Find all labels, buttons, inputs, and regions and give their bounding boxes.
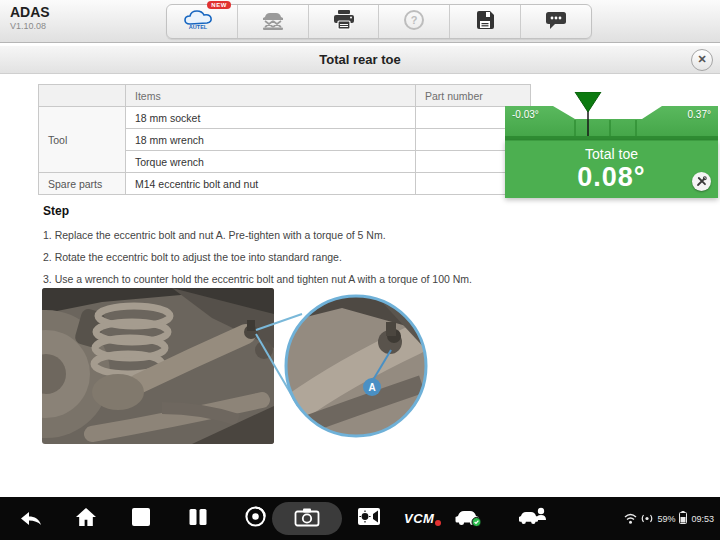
autel-cloud-icon: AUTEL xyxy=(182,9,222,35)
gauge-title: Total toe xyxy=(505,146,718,162)
car-person-icon xyxy=(519,506,547,531)
tools-parts-table: Items Part number Tool 18 mm socket 18 m… xyxy=(38,84,531,195)
top-bar: ADAS V1.10.08 AUTEL NEW xyxy=(0,0,720,43)
split-screen-icon xyxy=(188,507,208,531)
wrench-icon xyxy=(696,173,707,191)
gauge-value: 0.08° xyxy=(505,162,718,193)
split-screen-button[interactable] xyxy=(183,497,213,540)
help-button[interactable]: ? xyxy=(379,5,450,38)
browser-button[interactable] xyxy=(240,497,270,540)
gauge-min-label: -0.03° xyxy=(512,109,539,120)
hotspot-icon xyxy=(641,510,653,528)
help-icon: ? xyxy=(403,9,425,35)
autel-cloud-button[interactable]: AUTEL NEW xyxy=(167,5,238,38)
app-title: ADAS xyxy=(10,5,50,20)
clock-time: 09:53 xyxy=(691,514,714,524)
item-cell: 18 mm wrench xyxy=(126,129,416,151)
car-connected-icon xyxy=(454,507,482,531)
table-row: Spare parts M14 eccentric bolt and nut xyxy=(39,173,531,195)
save-icon xyxy=(474,9,496,35)
top-toolbar: AUTEL NEW xyxy=(166,4,592,39)
vcm-alert-dot xyxy=(435,520,441,526)
gauge-panel: Total toe 0.08° xyxy=(505,140,718,198)
display-toggle-icon xyxy=(357,507,381,530)
svg-text:AUTEL: AUTEL xyxy=(189,24,208,30)
back-button[interactable] xyxy=(16,497,46,540)
recent-apps-icon xyxy=(131,507,151,531)
suspension-figure: A xyxy=(42,288,428,446)
vehicle-connection-button[interactable] xyxy=(451,497,485,540)
table-header-row: Items Part number xyxy=(39,85,531,107)
battery-percent: 59% xyxy=(657,514,675,524)
step-heading: Step xyxy=(43,204,472,218)
browser-icon xyxy=(245,506,266,531)
suspension-photo xyxy=(42,288,274,444)
header-items: Items xyxy=(126,85,416,107)
vehicle-lift-button[interactable] xyxy=(238,5,309,38)
vehicle-lift-icon xyxy=(260,9,286,35)
camera-icon xyxy=(294,507,320,531)
close-button[interactable]: ✕ xyxy=(691,49,713,71)
adas-app-screen: ADAS V1.10.08 AUTEL NEW xyxy=(0,0,720,540)
recent-apps-button[interactable] xyxy=(126,497,156,540)
step-section: Step 1. Replace the eccentric bolt and n… xyxy=(43,204,472,295)
vehicle-manager-button[interactable] xyxy=(516,497,550,540)
close-icon: ✕ xyxy=(697,53,706,65)
new-badge: NEW xyxy=(207,1,231,9)
gauge-max-label: 0.37° xyxy=(688,109,711,120)
vcm-label: VCM xyxy=(404,511,434,526)
total-toe-gauge: -0.03° 0.37° Total toe 0.08° xyxy=(505,92,718,197)
item-cell: M14 eccentric bolt and nut xyxy=(126,173,416,195)
gauge-pointer-icon xyxy=(575,92,601,112)
adjust-tools-button[interactable] xyxy=(692,172,711,191)
feedback-chat-icon xyxy=(544,9,568,34)
print-button[interactable] xyxy=(309,5,380,38)
battery-icon xyxy=(679,510,687,528)
wifi-icon xyxy=(624,510,637,528)
svg-text:?: ? xyxy=(411,14,418,26)
step-line-1: 1. Replace the eccentric bolt and nut A.… xyxy=(43,228,472,242)
vcm-status-button[interactable]: VCM xyxy=(404,497,441,540)
app-version: V1.10.08 xyxy=(10,22,50,32)
callout-a-label: A xyxy=(368,382,375,393)
save-button[interactable] xyxy=(450,5,521,38)
android-nav-bar: VCM xyxy=(0,497,720,540)
screenshot-camera-button[interactable] xyxy=(272,502,342,535)
app-info: ADAS V1.10.08 xyxy=(10,5,50,32)
category-tool: Tool xyxy=(39,107,126,173)
home-icon xyxy=(75,507,97,531)
status-cluster: 59% 09:53 xyxy=(624,497,714,540)
page-title: Total rear toe xyxy=(0,46,720,73)
table-row: Tool 18 mm socket xyxy=(39,107,531,129)
item-cell: Torque wrench xyxy=(126,151,416,173)
function-title-bar: Total rear toe ✕ xyxy=(0,46,720,74)
step-line-3: 3. Use a wrench to counter hold the ecce… xyxy=(43,272,472,286)
printer-icon xyxy=(332,9,356,34)
header-category xyxy=(39,85,126,107)
category-spare-parts: Spare parts xyxy=(39,173,126,195)
feedback-button[interactable] xyxy=(521,5,591,38)
content-area: Items Part number Tool 18 mm socket 18 m… xyxy=(0,74,720,497)
back-icon xyxy=(19,507,43,531)
display-toggle-button[interactable] xyxy=(354,497,384,540)
step-line-2: 2. Rotate the eccentric bolt to adjust t… xyxy=(43,250,472,264)
item-cell: 18 mm socket xyxy=(126,107,416,129)
home-button[interactable] xyxy=(71,497,101,540)
